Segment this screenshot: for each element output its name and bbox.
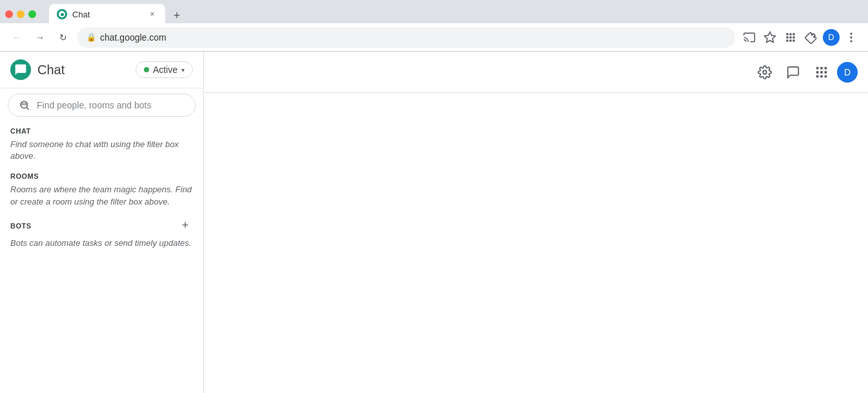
svg-rect-21 xyxy=(825,66,827,69)
bots-section-title: BOTS xyxy=(10,222,32,230)
app-title: Chat xyxy=(37,63,65,77)
svg-rect-22 xyxy=(816,71,819,74)
browser-profile-avatar[interactable]: D xyxy=(823,29,840,46)
extensions-grid-button[interactable] xyxy=(782,28,800,46)
tab-favicon xyxy=(57,9,67,19)
bots-section-header: BOTS + xyxy=(10,218,193,234)
back-button[interactable]: ← xyxy=(8,28,26,46)
forward-button[interactable]: → xyxy=(31,28,49,46)
svg-rect-9 xyxy=(789,39,791,41)
sidebar-header: Chat Active ▾ xyxy=(0,52,203,88)
app-header: D xyxy=(204,52,868,93)
puzzle-extension-button[interactable] xyxy=(802,28,820,46)
reload-button[interactable]: ↻ xyxy=(54,28,72,46)
svg-point-11 xyxy=(850,32,852,34)
svg-rect-2 xyxy=(786,33,788,35)
chat-section-title: CHAT xyxy=(10,127,31,135)
settings-button[interactable] xyxy=(752,59,778,85)
more-options-button[interactable] xyxy=(842,28,860,46)
chat-section-description: Find someone to chat with using the filt… xyxy=(10,139,193,162)
add-bot-button[interactable]: + xyxy=(177,218,193,234)
active-status-button[interactable]: Active ▾ xyxy=(136,61,193,78)
bots-section: BOTS + Bots can automate tasks or send t… xyxy=(0,213,203,254)
url-bar[interactable]: 🔒 chat.google.com xyxy=(77,27,735,48)
user-avatar[interactable]: D xyxy=(837,62,858,83)
svg-rect-27 xyxy=(825,75,827,77)
active-status-dot xyxy=(144,67,149,72)
new-tab-button[interactable]: + xyxy=(168,6,186,25)
svg-rect-5 xyxy=(786,36,788,38)
chat-section: CHAT Find someone to chat with using the… xyxy=(0,122,203,167)
feedback-button[interactable] xyxy=(780,59,806,85)
svg-point-12 xyxy=(850,36,852,38)
address-bar: ← → ↻ 🔒 chat.google.com xyxy=(0,23,868,52)
svg-rect-6 xyxy=(789,36,791,38)
cast-button[interactable] xyxy=(740,28,758,46)
search-container: Find people, rooms and bots xyxy=(0,88,203,122)
rooms-section-title: ROOMS xyxy=(10,172,39,180)
app-logo: Chat xyxy=(10,59,65,80)
svg-rect-26 xyxy=(820,75,823,77)
svg-line-15 xyxy=(26,107,28,109)
svg-marker-1 xyxy=(765,32,776,42)
status-dropdown-arrow: ▾ xyxy=(181,66,185,74)
svg-rect-23 xyxy=(820,71,823,74)
apps-grid-button[interactable] xyxy=(809,59,834,85)
traffic-lights xyxy=(5,10,36,18)
maximize-traffic-light[interactable] xyxy=(28,10,36,18)
header-actions: D xyxy=(752,59,858,85)
tab-bar: Chat × + xyxy=(44,4,191,25)
svg-rect-24 xyxy=(825,71,827,74)
search-placeholder-text: Find people, rooms and bots xyxy=(37,100,151,110)
svg-rect-8 xyxy=(786,39,788,41)
tab-close-button[interactable]: × xyxy=(147,9,157,19)
svg-rect-3 xyxy=(789,33,791,35)
svg-point-13 xyxy=(850,40,852,42)
rooms-section: ROOMS Rooms are where the team magic hap… xyxy=(0,167,203,212)
chat-tab[interactable]: Chat × xyxy=(49,4,165,25)
svg-rect-10 xyxy=(792,39,794,41)
svg-point-18 xyxy=(763,70,767,74)
lock-icon: 🔒 xyxy=(86,33,96,42)
app-container: Chat Active ▾ Find people, room xyxy=(0,52,868,393)
search-box[interactable]: Find people, rooms and bots xyxy=(8,94,196,117)
sidebar: Chat Active ▾ Find people, room xyxy=(0,52,204,393)
svg-rect-19 xyxy=(816,66,819,69)
svg-rect-20 xyxy=(820,66,823,69)
close-traffic-light[interactable] xyxy=(5,10,13,18)
tab-title: Chat xyxy=(72,10,142,19)
rooms-section-header: ROOMS xyxy=(10,172,193,180)
bookmark-button[interactable] xyxy=(761,28,779,46)
svg-rect-25 xyxy=(816,75,819,77)
rooms-section-description: Rooms are where the team magic happens. … xyxy=(10,184,193,207)
bots-section-description: Bots can automate tasks or send timely u… xyxy=(10,237,193,249)
minimize-traffic-light[interactable] xyxy=(17,10,25,18)
svg-rect-4 xyxy=(792,33,794,35)
main-content xyxy=(204,93,868,393)
search-filter-icon xyxy=(19,99,30,111)
svg-rect-7 xyxy=(792,36,794,38)
main-area: D xyxy=(204,52,868,393)
chat-section-header: CHAT xyxy=(10,127,193,135)
chat-logo-icon xyxy=(10,59,31,80)
active-status-label: Active xyxy=(153,65,177,75)
url-text: chat.google.com xyxy=(100,32,726,43)
browser-toolbar: D xyxy=(740,28,860,46)
